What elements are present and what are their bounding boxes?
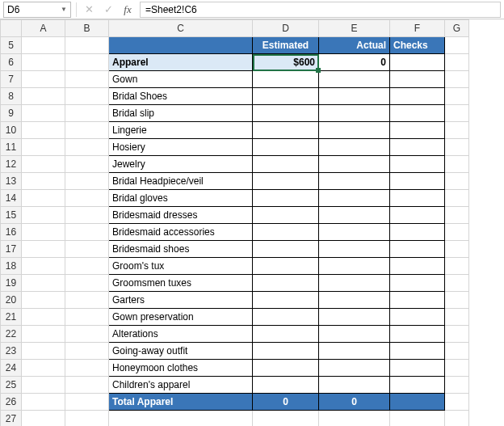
item-label[interactable]: Bridal Shoes [109,88,253,105]
item-checks[interactable] [390,139,445,156]
row-header-12[interactable]: 12 [1,156,22,173]
cell-blank[interactable] [65,207,109,224]
item-checks[interactable] [390,88,445,105]
item-actual[interactable] [319,207,390,224]
item-checks[interactable] [390,207,445,224]
row-header-27[interactable]: 27 [1,411,22,427]
item-actual[interactable] [319,156,390,173]
cell-blank[interactable] [22,190,65,207]
item-checks[interactable] [390,326,445,343]
cell-blank[interactable] [65,411,109,427]
item-actual[interactable] [319,190,390,207]
total-label[interactable]: Total Apparel [109,394,253,411]
item-actual[interactable] [319,343,390,360]
item-checks[interactable] [390,173,445,190]
item-label[interactable]: Bridal Headpiece/veil [109,173,253,190]
cell-blank[interactable] [22,139,65,156]
col-header-D[interactable]: D [253,20,319,37]
cell-blank[interactable] [445,241,469,258]
cell-blank[interactable] [22,207,65,224]
select-all-corner[interactable] [1,20,22,37]
item-label[interactable]: Jewelry [109,156,253,173]
row-header-17[interactable]: 17 [1,241,22,258]
col-header-C[interactable]: C [109,20,253,37]
item-label[interactable]: Bridal slip [109,105,253,122]
row-header-20[interactable]: 20 [1,292,22,309]
col-header-F[interactable]: F [390,20,445,37]
item-label[interactable]: Honeymoon clothes [109,360,253,377]
cell-blank[interactable] [65,139,109,156]
item-checks[interactable] [390,156,445,173]
item-actual[interactable] [319,88,390,105]
cell-blank[interactable] [65,88,109,105]
cell-blank[interactable] [22,343,65,360]
row-header-10[interactable]: 10 [1,122,22,139]
row-header-25[interactable]: 25 [1,377,22,394]
cell-blank[interactable] [22,37,65,54]
item-actual[interactable] [319,292,390,309]
item-estimated[interactable] [253,190,319,207]
cell-blank[interactable] [22,71,65,88]
cell-blank[interactable] [445,156,469,173]
row-header-24[interactable]: 24 [1,360,22,377]
cell-blank[interactable] [319,411,390,427]
item-checks[interactable] [390,105,445,122]
col-header-G[interactable]: G [445,20,469,37]
item-estimated[interactable] [253,139,319,156]
item-estimated[interactable] [253,105,319,122]
row-header-6[interactable]: 6 [1,54,22,71]
item-label[interactable]: Bridal gloves [109,190,253,207]
worksheet[interactable]: ABCDEFG5EstimatedActualChecks6Apparel$60… [0,19,504,426]
item-label[interactable]: Hosiery [109,139,253,156]
cell-blank[interactable] [65,292,109,309]
cell-blank[interactable] [65,122,109,139]
cell-blank[interactable] [22,258,65,275]
row-header-11[interactable]: 11 [1,139,22,156]
cell-blank[interactable] [65,258,109,275]
item-checks[interactable] [390,292,445,309]
row-header-23[interactable]: 23 [1,343,22,360]
cell-blank[interactable] [65,54,109,71]
item-estimated[interactable] [253,258,319,275]
row-header-9[interactable]: 9 [1,105,22,122]
cell-blank[interactable] [65,37,109,54]
cell-blank[interactable] [253,411,319,427]
cell-blank[interactable] [445,411,469,427]
cell-blank[interactable] [445,71,469,88]
category-actual[interactable]: 0 [319,54,390,71]
cell-blank[interactable] [445,258,469,275]
cell-blank[interactable] [65,224,109,241]
item-actual[interactable] [319,122,390,139]
cell-blank[interactable] [109,411,253,427]
item-label[interactable]: Lingerie [109,122,253,139]
cell-blank[interactable] [65,105,109,122]
category-label[interactable]: Apparel [109,54,253,71]
cell-blank[interactable] [22,394,65,411]
total-estimated[interactable]: 0 [253,394,319,411]
item-checks[interactable] [390,241,445,258]
cell-blank[interactable] [65,360,109,377]
cell-blank[interactable] [445,190,469,207]
col-header-B[interactable]: B [65,20,109,37]
item-actual[interactable] [319,377,390,394]
cell-blank[interactable] [445,309,469,326]
item-estimated[interactable] [253,360,319,377]
cell-blank[interactable] [22,309,65,326]
cell-blank[interactable] [445,343,469,360]
cell-blank[interactable] [445,54,469,71]
item-estimated[interactable] [253,224,319,241]
cell-blank[interactable] [22,122,65,139]
item-label[interactable]: Groom's tux [109,258,253,275]
cell-blank[interactable] [445,326,469,343]
item-actual[interactable] [319,275,390,292]
item-label[interactable]: Gown preservation [109,309,253,326]
item-checks[interactable] [390,258,445,275]
item-actual[interactable] [319,173,390,190]
cell-blank[interactable] [445,173,469,190]
cell-blank[interactable] [445,394,469,411]
cell-blank[interactable] [445,105,469,122]
category-estimated[interactable]: $600 [253,54,319,71]
item-actual[interactable] [319,224,390,241]
item-label[interactable]: Children's apparel [109,377,253,394]
item-label[interactable]: Gown [109,71,253,88]
